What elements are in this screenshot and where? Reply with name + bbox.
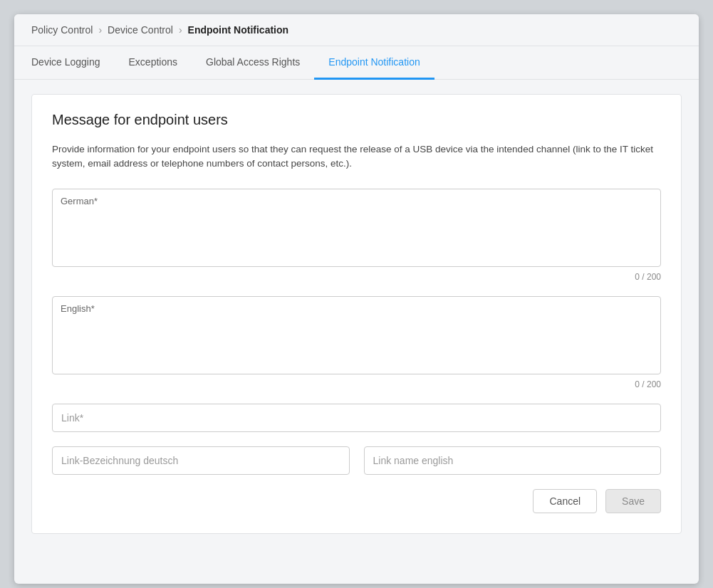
breadcrumb-separator-1: › <box>98 24 102 36</box>
german-field-group: German* 0 / 200 <box>52 189 661 282</box>
link-de-input[interactable] <box>52 446 350 475</box>
link-en-group <box>364 446 662 475</box>
tab-exceptions[interactable]: Exceptions <box>115 46 192 80</box>
german-textarea-wrapper: German* <box>52 189 661 269</box>
description: Provide information for your endpoint us… <box>52 142 661 172</box>
breadcrumb: Policy Control › Device Control › Endpoi… <box>14 14 699 46</box>
card-title: Message for endpoint users <box>52 112 661 128</box>
breadcrumb-policy-control[interactable]: Policy Control <box>31 24 93 36</box>
card: Message for endpoint users Provide infor… <box>31 94 682 534</box>
link-names-row <box>52 446 661 475</box>
english-field-group: English* 0 / 200 <box>52 296 661 389</box>
link-input[interactable] <box>52 404 661 432</box>
link-de-group <box>52 446 350 475</box>
link-en-input[interactable] <box>364 446 662 475</box>
content-area: Message for endpoint users Provide infor… <box>14 80 699 548</box>
cancel-button[interactable]: Cancel <box>533 489 597 513</box>
tab-global-access-rights[interactable]: Global Access Rights <box>192 46 314 80</box>
breadcrumb-separator-2: › <box>179 24 182 36</box>
english-textarea[interactable] <box>52 296 661 374</box>
tab-device-logging[interactable]: Device Logging <box>31 46 115 80</box>
main-window: Policy Control › Device Control › Endpoi… <box>14 14 699 584</box>
link-field-group <box>52 404 661 432</box>
english-char-count: 0 / 200 <box>52 379 661 389</box>
breadcrumb-device-control[interactable]: Device Control <box>108 24 173 36</box>
german-textarea[interactable] <box>52 189 661 267</box>
tab-endpoint-notification[interactable]: Endpoint Notification <box>314 46 434 80</box>
english-textarea-wrapper: English* <box>52 296 661 377</box>
buttons-row: Cancel Save <box>52 489 661 513</box>
german-char-count: 0 / 200 <box>52 272 661 282</box>
breadcrumb-endpoint-notification: Endpoint Notification <box>188 24 289 36</box>
tabs-bar: Device Logging Exceptions Global Access … <box>14 46 699 80</box>
save-button[interactable]: Save <box>605 489 661 513</box>
